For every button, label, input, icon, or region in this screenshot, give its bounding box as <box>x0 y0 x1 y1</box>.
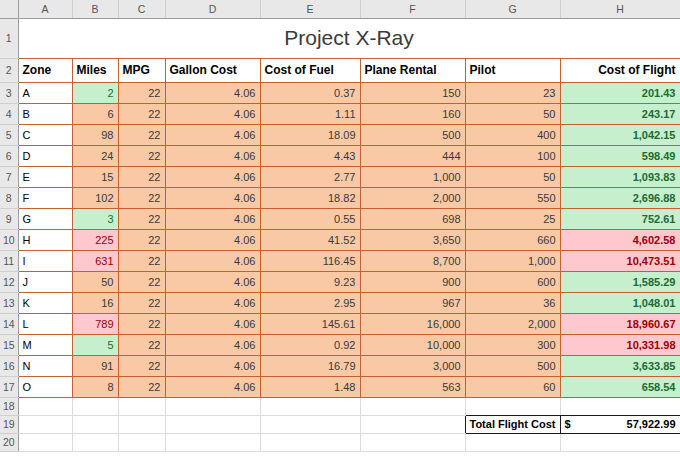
cell-E18[interactable] <box>260 397 360 415</box>
row-header-19[interactable]: 19 <box>0 415 18 433</box>
cell-H13[interactable]: 1,048.01 <box>560 292 680 313</box>
cell-E14[interactable]: 145.61 <box>260 313 360 334</box>
row-header-15[interactable]: 15 <box>0 334 18 355</box>
cell-A17[interactable]: O <box>18 376 72 397</box>
cell-D16[interactable]: 4.06 <box>165 355 260 376</box>
cell-A12[interactable]: J <box>18 271 72 292</box>
col-header-A[interactable]: A <box>18 0 72 18</box>
cell-B5[interactable]: 98 <box>72 124 118 145</box>
cell-C2[interactable]: MPG <box>118 58 165 82</box>
cell-G13[interactable]: 36 <box>465 292 560 313</box>
cell-G16[interactable]: 500 <box>465 355 560 376</box>
cell-D2[interactable]: Gallon Cost <box>165 58 260 82</box>
cell-H2[interactable]: Cost of Flight <box>560 58 680 82</box>
cell-F7[interactable]: 1,000 <box>360 166 465 187</box>
cell-B18[interactable] <box>72 397 118 415</box>
cell-A9[interactable]: G <box>18 208 72 229</box>
cell-H20[interactable] <box>560 433 680 451</box>
col-header-F[interactable]: F <box>360 0 465 18</box>
cell-C16[interactable]: 22 <box>118 355 165 376</box>
cell-C20[interactable] <box>118 433 165 451</box>
cell-F12[interactable]: 900 <box>360 271 465 292</box>
cell-B16[interactable]: 91 <box>72 355 118 376</box>
cell-F6[interactable]: 444 <box>360 145 465 166</box>
cell-H14[interactable]: 18,960.67 <box>560 313 680 334</box>
row-header-18[interactable]: 18 <box>0 397 18 415</box>
cell-E4[interactable]: 1.11 <box>260 103 360 124</box>
cell-B19[interactable] <box>72 415 118 433</box>
cell-E15[interactable]: 0.92 <box>260 334 360 355</box>
cell-G7[interactable]: 50 <box>465 166 560 187</box>
col-header-B[interactable]: B <box>72 0 118 18</box>
row-header-13[interactable]: 13 <box>0 292 18 313</box>
cell-F18[interactable] <box>360 397 465 415</box>
cell-D14[interactable]: 4.06 <box>165 313 260 334</box>
cell-H11[interactable]: 10,473.51 <box>560 250 680 271</box>
cell-A4[interactable]: B <box>18 103 72 124</box>
cell-A18[interactable] <box>18 397 72 415</box>
cell-C17[interactable]: 22 <box>118 376 165 397</box>
cell-E3[interactable]: 0.37 <box>260 82 360 103</box>
cell-B2[interactable]: Miles <box>72 58 118 82</box>
row-header-6[interactable]: 6 <box>0 145 18 166</box>
cell-E16[interactable]: 16.79 <box>260 355 360 376</box>
cell-E17[interactable]: 1.48 <box>260 376 360 397</box>
cell-E6[interactable]: 4.43 <box>260 145 360 166</box>
cell-G6[interactable]: 100 <box>465 145 560 166</box>
cell-C18[interactable] <box>118 397 165 415</box>
row-header-2[interactable]: 2 <box>0 58 18 82</box>
col-header-D[interactable]: D <box>165 0 260 18</box>
cell-H4[interactable]: 243.17 <box>560 103 680 124</box>
cell-F16[interactable]: 3,000 <box>360 355 465 376</box>
cell-F8[interactable]: 2,000 <box>360 187 465 208</box>
cell-E11[interactable]: 116.45 <box>260 250 360 271</box>
cell-H5[interactable]: 1,042.15 <box>560 124 680 145</box>
cell-B10[interactable]: 225 <box>72 229 118 250</box>
cell-D17[interactable]: 4.06 <box>165 376 260 397</box>
cell-B15[interactable]: 5 <box>72 334 118 355</box>
cell-F14[interactable]: 16,000 <box>360 313 465 334</box>
cell-E5[interactable]: 18.09 <box>260 124 360 145</box>
cell-D11[interactable]: 4.06 <box>165 250 260 271</box>
cell-E9[interactable]: 0.55 <box>260 208 360 229</box>
cell-F20[interactable] <box>360 433 465 451</box>
cell-B14[interactable]: 789 <box>72 313 118 334</box>
row-header-12[interactable]: 12 <box>0 271 18 292</box>
cell-B13[interactable]: 16 <box>72 292 118 313</box>
cell-D18[interactable] <box>165 397 260 415</box>
row-header-11[interactable]: 11 <box>0 250 18 271</box>
cell-E8[interactable]: 18.82 <box>260 187 360 208</box>
cell-A3[interactable]: A <box>18 82 72 103</box>
cell-G11[interactable]: 1,000 <box>465 250 560 271</box>
cell-B20[interactable] <box>72 433 118 451</box>
cell-C11[interactable]: 22 <box>118 250 165 271</box>
row-header-4[interactable]: 4 <box>0 103 18 124</box>
cell-G12[interactable]: 600 <box>465 271 560 292</box>
cell-G9[interactable]: 25 <box>465 208 560 229</box>
cell-A5[interactable]: C <box>18 124 72 145</box>
cell-A2[interactable]: Zone <box>18 58 72 82</box>
cell-A8[interactable]: F <box>18 187 72 208</box>
cell-G20[interactable] <box>465 433 560 451</box>
col-header-E[interactable]: E <box>260 0 360 18</box>
cell-F19[interactable] <box>360 415 465 433</box>
cell-E13[interactable]: 2.95 <box>260 292 360 313</box>
cell-H8[interactable]: 2,696.88 <box>560 187 680 208</box>
cell-B8[interactable]: 102 <box>72 187 118 208</box>
cell-G4[interactable]: 50 <box>465 103 560 124</box>
cell-C9[interactable]: 22 <box>118 208 165 229</box>
cell-H7[interactable]: 1,093.83 <box>560 166 680 187</box>
row-header-8[interactable]: 8 <box>0 187 18 208</box>
col-header-H[interactable]: H <box>560 0 680 18</box>
cell-D20[interactable] <box>165 433 260 451</box>
cell-A20[interactable] <box>18 433 72 451</box>
cell-D6[interactable]: 4.06 <box>165 145 260 166</box>
cell-A16[interactable]: N <box>18 355 72 376</box>
cell-D10[interactable]: 4.06 <box>165 229 260 250</box>
cell-D12[interactable]: 4.06 <box>165 271 260 292</box>
cell-B6[interactable]: 24 <box>72 145 118 166</box>
cell-C14[interactable]: 22 <box>118 313 165 334</box>
select-all-corner[interactable] <box>0 0 18 18</box>
cell-A7[interactable]: E <box>18 166 72 187</box>
cell-D3[interactable]: 4.06 <box>165 82 260 103</box>
